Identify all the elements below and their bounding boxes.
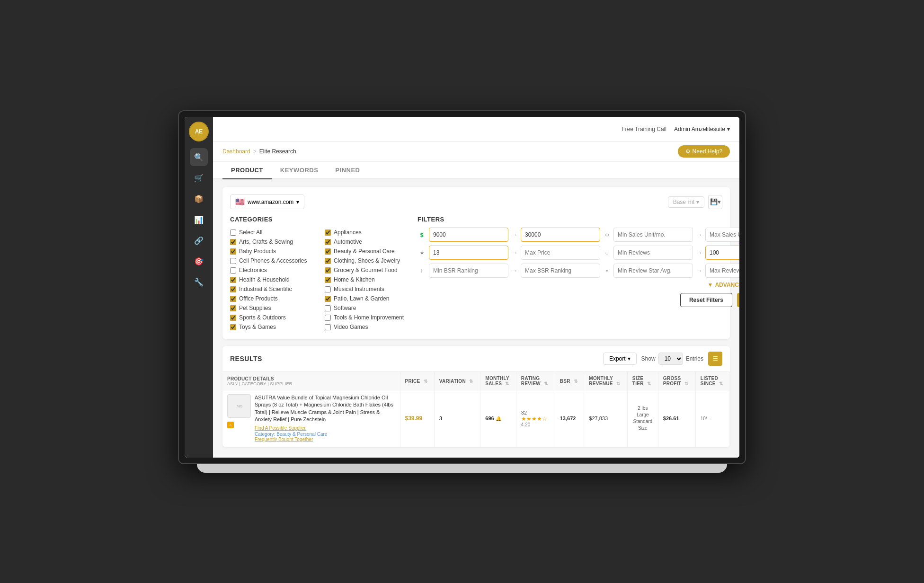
category-cell-phones[interactable]: Cell Phones & Accessories [230, 256, 315, 265]
tab-keywords[interactable]: KEYWORDS [272, 162, 327, 179]
min-price-input[interactable] [429, 228, 508, 242]
checkbox-select-all[interactable] [230, 230, 236, 236]
min-price2-input[interactable] [429, 246, 508, 260]
checkbox-electronics[interactable] [230, 267, 236, 274]
col-size-tier[interactable]: SIZETIER ⇅ [627, 372, 658, 390]
col-listed-since[interactable]: LISTEDSINCE ⇅ [695, 372, 729, 390]
category-select-all[interactable]: Select All [230, 228, 315, 237]
col-monthly-revenue[interactable]: MONTHLYREVENUE ⇅ [584, 372, 628, 390]
sidebar-icon-share[interactable]: 🔗 [190, 231, 208, 249]
sidebar-icon-box[interactable]: 📦 [190, 190, 208, 208]
category-baby-products[interactable]: Baby Products [230, 247, 315, 256]
checkbox-cell-phones[interactable] [230, 258, 236, 264]
save-preset-button[interactable]: 💾 ▾ [708, 195, 722, 209]
max-sales-input[interactable] [705, 228, 739, 242]
header: Free Training Call Admin Amzelitesuite ▾ [213, 117, 739, 141]
category-industrial[interactable]: Industrial & Scientific [230, 284, 315, 294]
frequently-bought-link[interactable]: Frequently Bought Together [255, 437, 395, 442]
checkbox-sports-outdoors[interactable] [230, 315, 236, 321]
sidebar-icon-chart[interactable]: 📊 [190, 211, 208, 229]
checkbox-health-household[interactable] [230, 277, 236, 283]
max-star-input[interactable] [705, 264, 739, 278]
checkbox-software[interactable] [325, 305, 331, 311]
category-toys-games[interactable]: Toys & Games [230, 322, 315, 332]
checkbox-toys-games[interactable] [230, 324, 236, 330]
categories-title: CATEGORIES [230, 216, 410, 223]
entries-select[interactable]: 10 25 50 [658, 353, 683, 365]
category-software[interactable]: Software [325, 303, 410, 313]
monthly-sales-cell: 696 🔔 [480, 390, 516, 447]
category-electronics[interactable]: Electronics [230, 265, 315, 275]
category-patio[interactable]: Patio, Lawn & Garden [325, 294, 410, 303]
category-tools[interactable]: Tools & Home Improvement [325, 313, 410, 322]
checkbox-pet-supplies[interactable] [230, 305, 236, 311]
table-row: IMG a ASUTRA Value Bundle of Topical Mag… [222, 390, 730, 447]
category-automotive[interactable]: Automotive [325, 237, 410, 247]
max-bsr-input[interactable] [521, 264, 600, 278]
category-office-products[interactable]: Office Products [230, 294, 315, 303]
sidebar: AE 🔍 🛒 📦 📊 🔗 🎯 🔧 [185, 117, 213, 458]
col-variation[interactable]: VARIATION ⇅ [434, 372, 480, 390]
checkbox-automotive[interactable] [325, 239, 331, 245]
checkbox-beauty[interactable] [325, 248, 331, 255]
checkbox-appliances[interactable] [325, 230, 331, 236]
tab-product[interactable]: PRODUCT [222, 162, 272, 179]
listed-since-cell: 10/... [695, 390, 729, 447]
checkbox-tools[interactable] [325, 315, 331, 321]
need-help-button[interactable]: ⚙ Need Help? [678, 145, 730, 158]
col-rating[interactable]: RATINGREVIEW ⇅ [516, 372, 555, 390]
category-musical[interactable]: Musical Instruments [325, 284, 410, 294]
checkbox-baby-products[interactable] [230, 248, 236, 255]
sidebar-icon-tools[interactable]: 🔧 [190, 273, 208, 291]
checkbox-grocery[interactable] [325, 267, 331, 274]
grid-view-button[interactable]: ☰ [708, 352, 722, 366]
category-home-kitchen[interactable]: Home & Kitchen [325, 275, 410, 284]
category-beauty[interactable]: Beauty & Personal Care [325, 247, 410, 256]
max-price2-input[interactable] [521, 246, 600, 260]
category-video-games[interactable]: Video Games [325, 322, 410, 332]
user-menu[interactable]: Admin Amzelitesuite ▾ [674, 126, 730, 132]
col-bsr[interactable]: BSR ⇅ [555, 372, 584, 390]
export-button[interactable]: Export ▾ [603, 353, 637, 365]
advanced-filters-button[interactable]: ▼ ADVANCED FILTERS (1) ▾ [418, 282, 739, 288]
category-arts-crafts[interactable]: Arts, Crafts & Sewing [230, 237, 315, 247]
checkbox-video-games[interactable] [325, 324, 331, 330]
category-clothing[interactable]: Clothing, Shoes & Jewelry [325, 256, 410, 265]
sidebar-icon-search[interactable]: 🔍 [190, 148, 208, 166]
amazon-selector[interactable]: 🇺🇸 www.amazon.com ▾ [230, 194, 304, 209]
category-pet-supplies[interactable]: Pet Supplies [230, 303, 315, 313]
results-header: RESULTS Export ▾ Show 10 [222, 346, 730, 372]
free-training-link[interactable]: Free Training Call [622, 126, 666, 132]
col-monthly-sales[interactable]: MONTHLYSALES ⇅ [480, 372, 516, 390]
base-hit-select[interactable]: Base Hit ▾ [668, 196, 704, 208]
min-sales-input[interactable] [613, 228, 693, 242]
breadcrumb-home[interactable]: Dashboard [222, 148, 250, 155]
checkbox-clothing[interactable] [325, 258, 331, 264]
tab-pinned[interactable]: PINNED [327, 162, 368, 179]
max-reviews-input[interactable] [705, 246, 739, 260]
search-button[interactable]: 🔍 Search [737, 293, 739, 307]
checkbox-musical[interactable] [325, 286, 331, 292]
checkbox-patio[interactable] [325, 296, 331, 302]
min-star-input[interactable] [613, 264, 693, 278]
category-appliances[interactable]: Appliances [325, 228, 410, 237]
checkbox-office-products[interactable] [230, 296, 236, 302]
sidebar-logo[interactable]: AE [189, 122, 209, 141]
col-gross-profit[interactable]: GROSSPROFIT ⇅ [658, 372, 695, 390]
product-category: Category: Beauty & Personal Care [255, 432, 395, 437]
sidebar-icon-target[interactable]: 🎯 [190, 252, 208, 270]
find-supplier-link[interactable]: Find A Possible Supplier [255, 425, 395, 431]
max-price-input[interactable] [521, 228, 600, 242]
checkbox-arts-crafts[interactable] [230, 239, 236, 245]
category-health-household[interactable]: Health & Household [230, 275, 315, 284]
sidebar-icon-store[interactable]: 🛒 [190, 169, 208, 187]
min-bsr-input[interactable] [429, 264, 508, 278]
amazon-icon[interactable]: a [227, 422, 234, 428]
category-sports-outdoors[interactable]: Sports & Outdoors [230, 313, 315, 322]
col-price[interactable]: PRICE ⇅ [400, 372, 434, 390]
category-grocery[interactable]: Grocery & Gourmet Food [325, 265, 410, 275]
min-reviews-input[interactable] [613, 246, 693, 260]
checkbox-home-kitchen[interactable] [325, 277, 331, 283]
checkbox-industrial[interactable] [230, 286, 236, 292]
reset-filters-button[interactable]: Reset Filters [680, 293, 732, 307]
